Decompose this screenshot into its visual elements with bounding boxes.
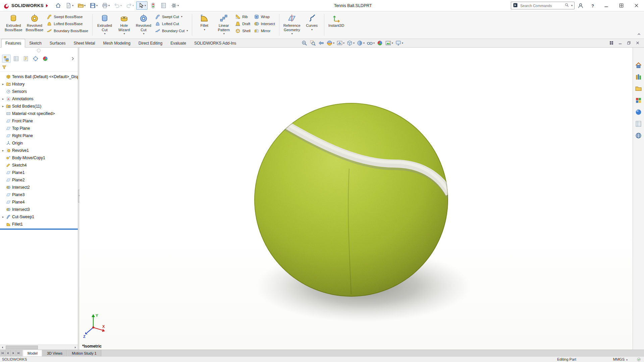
tree-item-plane1[interactable]: Plane1 xyxy=(0,169,78,176)
solidworks-resources-button[interactable] xyxy=(635,62,642,69)
ribbon-button-reference-geometry[interactable]: Reference Geometry▾ xyxy=(282,12,302,36)
tree-item-sensors[interactable]: Sensors xyxy=(0,88,78,95)
expand-arrow-icon[interactable]: ▸ xyxy=(1,105,5,108)
ribbon-button-shell[interactable]: Shell xyxy=(234,28,251,34)
tree-item-root[interactable]: Tennis Ball (Default) <<Default>_Displa xyxy=(0,73,78,80)
ribbon-button-curves[interactable]: Curves▾ xyxy=(302,12,322,32)
dropdown-caret-icon[interactable]: ▾ xyxy=(353,42,355,45)
document-close-button[interactable] xyxy=(635,41,640,46)
tennis-ball-model[interactable] xyxy=(235,93,490,338)
undo-button[interactable]: ▾ xyxy=(112,1,123,10)
tab-evaluate[interactable]: Evaluate xyxy=(166,39,190,47)
search-dropdown-caret-icon[interactable]: ▾ xyxy=(571,4,573,7)
tab-features[interactable]: Features xyxy=(1,39,25,48)
rollback-bar[interactable] xyxy=(0,229,78,230)
dropdown-caret-icon[interactable]: ▾ xyxy=(186,29,188,32)
dropdown-caret-icon[interactable]: ▾ xyxy=(311,28,313,31)
display-style-button[interactable]: ▾ xyxy=(357,40,365,46)
tab-scroll-last-button[interactable] xyxy=(16,350,21,356)
dropdown-caret-icon[interactable]: ▾ xyxy=(108,4,110,7)
ribbon-button-extruded-cut[interactable]: Extruded Cut▾ xyxy=(95,12,114,36)
dropdown-caret-icon[interactable]: ▾ xyxy=(104,33,105,35)
zoom-to-area-button[interactable] xyxy=(310,40,316,46)
ribbon-button-intersect[interactable]: Intersect xyxy=(253,21,276,27)
tree-item-plane2[interactable]: Plane2 xyxy=(0,176,78,184)
appearances-scenes-button[interactable] xyxy=(635,109,642,116)
panel-horizontal-scrollbar[interactable] xyxy=(0,345,78,350)
tree-item-material-not-specified[interactable]: Material <not specified> xyxy=(0,110,78,117)
dropdown-caret-icon[interactable]: ▾ xyxy=(343,42,344,45)
tree-item-revolve1[interactable]: ▸Revolve1 xyxy=(0,147,78,154)
tree-item-annotations[interactable]: ▸AAnnotations xyxy=(0,95,78,103)
dropdown-caret-icon[interactable]: ▾ xyxy=(402,42,403,45)
tab-direct-editing[interactable]: Direct Editing xyxy=(135,39,166,47)
scrollbar-left-arrow-icon[interactable] xyxy=(0,345,5,350)
panel-tabs-overflow-button[interactable] xyxy=(69,55,76,62)
dropdown-caret-icon[interactable]: ▾ xyxy=(143,33,144,35)
tree-item-plane3[interactable]: Plane3 xyxy=(0,191,78,198)
ribbon-button-instant3d[interactable]: Instant3D xyxy=(327,12,346,28)
tree-item-cut-sweep1[interactable]: ▸Cut-Sweep1 xyxy=(0,213,78,221)
dropdown-caret-icon[interactable]: ▾ xyxy=(120,4,122,7)
tab-scroll-prev-button[interactable] xyxy=(5,350,11,356)
configurationmanager-tab[interactable] xyxy=(21,55,30,63)
menu-flyout-arrow-icon[interactable] xyxy=(46,4,48,7)
tree-item-fillet1[interactable]: Fillet1 xyxy=(0,221,78,228)
ribbon-button-swept-cut[interactable]: Swept Cut▾ xyxy=(154,14,189,20)
document-restore-button[interactable] xyxy=(627,41,631,46)
tab-scroll-first-button[interactable] xyxy=(0,350,5,356)
ribbon-button-fillet[interactable]: Fillet▾ xyxy=(195,12,214,32)
tree-item-plane4[interactable]: Plane4 xyxy=(0,198,78,206)
ribbon-button-revolved-boss-base[interactable]: Revolved Boss/Base xyxy=(24,12,45,32)
dropdown-caret-icon[interactable]: ▾ xyxy=(96,4,98,7)
home-button[interactable] xyxy=(53,1,63,10)
file-explorer-button[interactable] xyxy=(635,85,642,92)
tree-item-right-plane[interactable]: Right Plane xyxy=(0,132,78,139)
tree-item-origin[interactable]: Origin xyxy=(0,139,78,147)
dropdown-caret-icon[interactable]: ▾ xyxy=(392,42,393,45)
ribbon-collapse-button[interactable] xyxy=(637,32,641,38)
tab-sheet-metal[interactable]: Sheet Metal xyxy=(69,39,99,47)
rebuild-button[interactable] xyxy=(148,1,158,10)
ribbon-button-hole-wizard[interactable]: Hole Wizard▾ xyxy=(114,12,134,36)
view-orientation-button[interactable]: ▾ xyxy=(346,40,355,46)
unit-system-caret-icon[interactable]: ▴ xyxy=(626,358,628,361)
document-minimize-button[interactable] xyxy=(618,41,623,46)
dropdown-caret-icon[interactable]: ▾ xyxy=(181,15,182,18)
new-document-button[interactable]: ▾ xyxy=(64,1,75,10)
edit-appearance-button[interactable] xyxy=(377,40,383,46)
expand-arrow-icon[interactable]: ▸ xyxy=(1,216,5,219)
view-palette-button[interactable] xyxy=(635,97,642,104)
select-button[interactable]: ▾ xyxy=(136,1,148,10)
panel-collapse-handle[interactable] xyxy=(37,49,41,52)
expand-arrow-icon[interactable]: ▸ xyxy=(1,149,5,152)
ribbon-button-linear-pattern[interactable]: Linear Pattern▾ xyxy=(214,12,233,36)
design-library-button[interactable] xyxy=(635,73,642,80)
tree-item-body-move-copy1[interactable]: Body-Move/Copy1 xyxy=(0,154,78,162)
tab-scroll-next-button[interactable] xyxy=(11,350,16,356)
scrollbar-thumb[interactable] xyxy=(6,346,38,349)
view-settings-button[interactable]: ▾ xyxy=(395,40,403,46)
tree-item-intersect3[interactable]: Intersect3 xyxy=(0,206,78,213)
search-commands-input[interactable] xyxy=(520,3,563,8)
tree-item-top-plane[interactable]: Top Plane xyxy=(0,125,78,132)
expand-arrow-icon[interactable]: ▸ xyxy=(1,83,5,86)
hide-show-items-button[interactable]: ▾ xyxy=(367,40,375,46)
ribbon-button-swept-boss-base[interactable]: Swept Boss/Base xyxy=(46,14,89,20)
file-properties-button[interactable] xyxy=(159,1,168,10)
section-view-button[interactable]: ▾ xyxy=(326,40,334,46)
print-button[interactable]: ▾ xyxy=(100,1,111,10)
ribbon-button-wrap[interactable]: AWrap xyxy=(253,14,276,20)
tab-mesh-modeling[interactable]: Mesh Modeling xyxy=(99,39,134,47)
propertymanager-tab[interactable] xyxy=(12,55,20,63)
ribbon-button-draft[interactable]: Draft xyxy=(234,21,251,27)
redo-button[interactable]: ▾ xyxy=(124,1,136,10)
ribbon-button-boundary-boss-base[interactable]: Boundary Boss/Base xyxy=(46,28,89,34)
dropdown-caret-icon[interactable]: ▾ xyxy=(177,4,179,7)
solidworks-forum-button[interactable] xyxy=(635,132,642,139)
featuremanager-design-tree-tab[interactable] xyxy=(2,55,11,63)
ribbon-button-lofted-cut[interactable]: Lofted Cut xyxy=(154,21,189,27)
ribbon-button-mirror[interactable]: Mirror xyxy=(253,28,276,34)
dropdown-caret-icon[interactable]: ▾ xyxy=(123,33,125,35)
document-tab-motion-study-1[interactable]: Motion Study 1 xyxy=(67,350,101,356)
